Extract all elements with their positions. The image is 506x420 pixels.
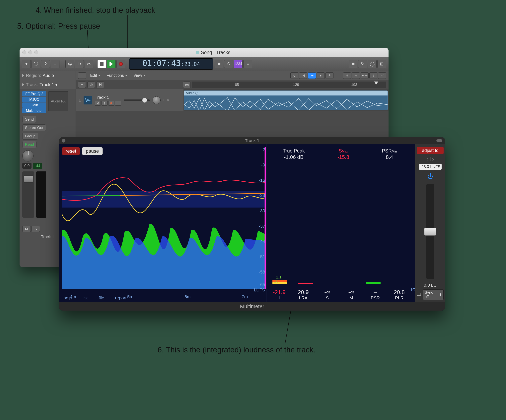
solo-button[interactable]: S: [32, 226, 40, 232]
track-input-monitor[interactable]: I: [115, 101, 121, 106]
pause-button[interactable]: pause: [82, 147, 102, 155]
bar-lu-label: +1.1 LU: [274, 275, 281, 283]
plugin-slot[interactable]: MJUC: [22, 97, 46, 102]
sync-dropdown[interactable]: Sync off▲▼: [423, 289, 444, 300]
loops-button[interactable]: ◯: [368, 59, 377, 68]
plugin-slot[interactable]: FF Pro-Q 2: [22, 91, 46, 97]
help-button[interactable]: ?: [41, 59, 50, 68]
bar-ruler[interactable]: 65 129 193: [192, 82, 386, 88]
track-inspector-row[interactable]: Track: Track 1▾: [20, 80, 76, 89]
flex-tool[interactable]: ⋈: [299, 72, 307, 79]
arrange-toolbar: ‹ Edit Functions View ↯ ⋈ ⇥ ▸ + ✲ ⇔ ⇤⇥ ↕…: [76, 71, 388, 80]
mixer-button[interactable]: ♩♪: [75, 59, 84, 68]
window-title: Song - Tracks: [40, 50, 386, 55]
back-button[interactable]: ‹: [78, 72, 86, 79]
group-button[interactable]: Group: [22, 133, 38, 139]
region-waveform: [184, 95, 387, 110]
settings-tool[interactable]: ✲: [343, 72, 351, 79]
plugin-slots: FF Pro-Q 2 MJUC Gain Multimeter: [22, 91, 46, 113]
peak-readout[interactable]: -44: [33, 163, 42, 169]
mute-button[interactable]: M: [22, 226, 31, 232]
add-track-button[interactable]: +: [78, 82, 86, 88]
plugin-window: Track 1 reset pause 🔧: [59, 137, 445, 311]
gain-readout[interactable]: 0.0: [22, 163, 32, 169]
next-target-button[interactable]: ›: [432, 156, 434, 162]
sync-icon[interactable]: ⇄: [417, 292, 421, 298]
target-lufs[interactable]: -23.0 LUFS: [419, 164, 442, 170]
track-rec[interactable]: R: [108, 101, 114, 106]
pointer-tool[interactable]: ▸: [317, 72, 325, 79]
toolbar-button[interactable]: ≡: [51, 59, 60, 68]
annotation-step5: 5. Optional: Press pause: [17, 22, 100, 31]
record-button[interactable]: [116, 59, 125, 68]
replace-button[interactable]: ⊗: [215, 59, 223, 68]
list-link[interactable]: list: [83, 295, 88, 301]
edit-menu[interactable]: Edit: [88, 72, 102, 79]
plugin-close-dot[interactable]: [62, 139, 66, 143]
zoom-h-tool[interactable]: ⇔: [352, 72, 360, 79]
window-titlebar[interactable]: Song - Tracks: [20, 48, 388, 57]
gain-fader[interactable]: [426, 184, 434, 279]
lcd-display[interactable]: 01:07:43 :23.04: [129, 59, 213, 70]
report-link[interactable]: report: [115, 295, 126, 301]
list-editors-button[interactable]: ≣: [349, 59, 357, 68]
plugin-slot[interactable]: Gain: [22, 102, 46, 108]
marquee-tool[interactable]: +: [326, 72, 333, 79]
track-name[interactable]: Track 1: [95, 95, 121, 100]
plugin-slot[interactable]: Multimeter: [22, 108, 46, 113]
stop-button[interactable]: [97, 59, 106, 68]
duplicate-track-button[interactable]: ⊕: [87, 82, 95, 88]
track-pan-knob[interactable]: [153, 96, 160, 104]
bar-meters: +1.1 LU: [270, 164, 411, 284]
reset-button[interactable]: reset: [62, 147, 80, 155]
send-button[interactable]: Send: [22, 116, 36, 123]
count-in-button[interactable]: 1234: [234, 59, 243, 68]
library-button[interactable]: ▾: [22, 59, 31, 68]
adjust-to-button[interactable]: adjust to: [417, 147, 444, 154]
audio-fx-slot[interactable]: Audio FX: [48, 91, 68, 111]
track-header[interactable]: 1 Track 1 M S R I: [76, 89, 184, 111]
track-row: 1 Track 1 M S R I: [76, 89, 388, 111]
readout-psr: –PSR: [363, 289, 387, 301]
region-lane[interactable]: Audio: [184, 89, 388, 111]
notepad-button[interactable]: ✎: [358, 59, 367, 68]
loop-icon: [195, 92, 198, 94]
file-link[interactable]: file: [99, 295, 104, 301]
traffic-lights[interactable]: [22, 50, 38, 54]
play-button[interactable]: [107, 59, 116, 68]
waveform-zoom-tool[interactable]: 〰: [378, 72, 386, 79]
view-menu[interactable]: View: [131, 72, 148, 79]
browser-button[interactable]: ⊞: [377, 59, 386, 68]
automation-read-button[interactable]: Read: [22, 141, 36, 148]
more-button[interactable]: »: [243, 59, 252, 68]
output-button[interactable]: Stereo Out: [22, 124, 46, 131]
zoom-v-tool[interactable]: ↕: [369, 72, 377, 79]
pan-knob[interactable]: [22, 150, 33, 161]
solo-lock-button[interactable]: S: [224, 59, 233, 68]
help-link[interactable]: help: [63, 295, 72, 301]
functions-menu[interactable]: Functions: [105, 72, 129, 79]
zoom-fit-tool[interactable]: ⇤⇥: [361, 72, 369, 79]
hide-button[interactable]: H: [97, 82, 104, 88]
track-volume-slider[interactable]: [124, 99, 150, 101]
plugin-footer: Multimeter: [59, 302, 445, 311]
automation-tool[interactable]: ↯: [290, 72, 298, 79]
audio-region[interactable]: Audio: [184, 91, 388, 110]
region-inspector-row[interactable]: Region: Audio: [20, 71, 76, 80]
plugin-handle[interactable]: [436, 139, 442, 142]
playhead-icon[interactable]: [374, 82, 378, 85]
track-solo[interactable]: S: [101, 101, 107, 106]
lufs-scale: -2 -9 -16 -23 -30 -37 -44 -51 -58 -65: [254, 147, 265, 286]
smart-controls-button[interactable]: ◎: [66, 59, 74, 68]
volume-fader[interactable]: [22, 171, 34, 218]
track-mute[interactable]: M: [95, 101, 101, 106]
project-icon: [196, 51, 199, 54]
inspector-button[interactable]: ⓘ: [32, 59, 40, 68]
power-icon[interactable]: ⏻: [426, 172, 434, 180]
plugin-titlebar[interactable]: Track 1: [59, 137, 445, 144]
prev-target-button[interactable]: ‹: [426, 156, 428, 162]
loudness-history-graph[interactable]: reset pause 🔧: [59, 144, 266, 302]
global-tracks-button[interactable]: ▭: [183, 82, 191, 88]
editors-button[interactable]: ✂: [85, 59, 93, 68]
catch-tool[interactable]: ⇥: [308, 72, 316, 79]
